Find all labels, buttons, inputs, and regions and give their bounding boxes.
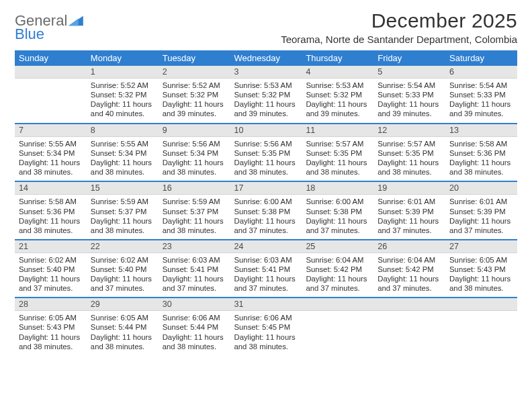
calendar-day-cell: 3Sunrise: 5:53 AMSunset: 5:32 PMDaylight… [230, 66, 302, 124]
day-sunrise: Sunrise: 6:02 AM [19, 255, 83, 265]
calendar-day-cell: 11Sunrise: 5:57 AMSunset: 5:35 PMDayligh… [302, 124, 373, 181]
day-sunset: Sunset: 5:44 PM [163, 322, 226, 332]
day-number: 25 [302, 240, 373, 253]
calendar-day-cell: 1Sunrise: 5:52 AMSunset: 5:32 PMDaylight… [87, 66, 159, 124]
day-sunrise: Sunrise: 5:53 AM [306, 81, 369, 90]
calendar-day-cell: 14Sunrise: 5:58 AMSunset: 5:36 PMDayligh… [15, 181, 87, 239]
day-daylight: Daylight: 11 hours and 40 minutes. [91, 99, 154, 118]
calendar-day-cell: 24Sunrise: 6:03 AMSunset: 5:41 PMDayligh… [230, 240, 302, 298]
day-body: Sunrise: 5:59 AMSunset: 5:37 PMDaylight:… [87, 195, 159, 238]
day-sunset: Sunset: 5:38 PM [234, 207, 298, 216]
day-sunset: Sunset: 5:43 PM [19, 322, 83, 332]
day-sunset: Sunset: 5:40 PM [19, 265, 83, 274]
calendar-day-cell: 5Sunrise: 5:54 AMSunset: 5:33 PMDaylight… [373, 66, 445, 124]
day-number: 2 [159, 66, 230, 79]
day-number: 10 [230, 124, 302, 137]
day-body: Sunrise: 6:05 AMSunset: 5:44 PMDaylight:… [87, 311, 159, 355]
day-number: 11 [302, 124, 373, 137]
day-number: 3 [230, 66, 302, 79]
day-daylight: Daylight: 11 hours and 37 minutes. [163, 274, 226, 293]
day-sunset: Sunset: 5:45 PM [234, 322, 298, 332]
day-body: Sunrise: 6:06 AMSunset: 5:44 PMDaylight:… [159, 311, 230, 355]
day-number: 13 [445, 124, 517, 137]
day-number: 5 [373, 66, 445, 79]
day-sunset: Sunset: 5:33 PM [378, 90, 441, 99]
day-daylight: Daylight: 11 hours and 39 minutes. [163, 99, 226, 118]
day-header: Thursday [302, 50, 373, 66]
day-sunset: Sunset: 5:34 PM [163, 148, 226, 158]
day-daylight: Daylight: 11 hours and 37 minutes. [306, 274, 369, 293]
calendar-week-row: 28Sunrise: 6:05 AMSunset: 5:43 PMDayligh… [15, 298, 517, 355]
day-sunset: Sunset: 5:32 PM [163, 90, 226, 99]
day-number [373, 298, 445, 311]
day-body: Sunrise: 6:03 AMSunset: 5:41 PMDaylight:… [230, 253, 302, 297]
calendar-day-cell: 2Sunrise: 5:52 AMSunset: 5:32 PMDaylight… [159, 66, 230, 124]
day-number [445, 298, 517, 311]
day-body: Sunrise: 6:04 AMSunset: 5:42 PMDaylight:… [373, 253, 445, 297]
day-sunrise: Sunrise: 5:57 AM [378, 139, 441, 148]
calendar-day-cell: 31Sunrise: 6:06 AMSunset: 5:45 PMDayligh… [230, 298, 302, 355]
day-body: Sunrise: 5:59 AMSunset: 5:37 PMDaylight:… [159, 195, 230, 238]
day-daylight: Daylight: 11 hours and 37 minutes. [306, 216, 369, 235]
calendar-page: General Blue December 2025 Teorama, Nort… [0, 0, 532, 411]
day-daylight: Daylight: 11 hours and 38 minutes. [163, 158, 226, 177]
calendar-day-cell: 30Sunrise: 6:06 AMSunset: 5:44 PMDayligh… [159, 298, 230, 355]
day-sunset: Sunset: 5:41 PM [234, 265, 298, 274]
day-sunrise: Sunrise: 6:03 AM [163, 255, 226, 265]
day-sunrise: Sunrise: 6:01 AM [378, 197, 441, 206]
calendar-week-row: 21Sunrise: 6:02 AMSunset: 5:40 PMDayligh… [15, 240, 517, 298]
day-body: Sunrise: 5:57 AMSunset: 5:35 PMDaylight:… [302, 137, 373, 181]
day-sunset: Sunset: 5:34 PM [91, 148, 154, 158]
day-body: Sunrise: 6:02 AMSunset: 5:40 PMDaylight:… [15, 253, 87, 297]
day-number: 8 [87, 124, 159, 137]
day-daylight: Daylight: 11 hours and 37 minutes. [234, 274, 298, 293]
calendar-week-row: 14Sunrise: 5:58 AMSunset: 5:36 PMDayligh… [15, 181, 517, 239]
calendar-day-cell: 23Sunrise: 6:03 AMSunset: 5:41 PMDayligh… [159, 240, 230, 298]
day-body: Sunrise: 6:05 AMSunset: 5:43 PMDaylight:… [15, 311, 87, 355]
day-body: Sunrise: 5:56 AMSunset: 5:35 PMDaylight:… [230, 137, 302, 181]
day-daylight: Daylight: 11 hours and 39 minutes. [234, 99, 298, 118]
day-header: Sunday [15, 50, 87, 66]
day-body [445, 311, 517, 317]
day-header: Wednesday [230, 50, 302, 66]
day-sunset: Sunset: 5:37 PM [91, 207, 154, 216]
day-body: Sunrise: 5:54 AMSunset: 5:33 PMDaylight:… [373, 79, 445, 122]
logo-text: General Blue [15, 13, 67, 42]
day-body [302, 311, 373, 317]
day-body: Sunrise: 6:06 AMSunset: 5:45 PMDaylight:… [230, 311, 302, 355]
calendar-day-cell: 25Sunrise: 6:04 AMSunset: 5:42 PMDayligh… [302, 240, 373, 298]
day-body: Sunrise: 6:05 AMSunset: 5:43 PMDaylight:… [445, 253, 517, 297]
day-daylight: Daylight: 11 hours and 38 minutes. [234, 332, 298, 351]
header: General Blue December 2025 Teorama, Nort… [15, 9, 517, 45]
day-header: Saturday [445, 50, 517, 66]
day-body: Sunrise: 6:04 AMSunset: 5:42 PMDaylight:… [302, 253, 373, 297]
day-daylight: Daylight: 11 hours and 38 minutes. [91, 216, 154, 235]
day-sunset: Sunset: 5:44 PM [91, 322, 154, 332]
day-sunset: Sunset: 5:42 PM [378, 265, 441, 274]
day-sunset: Sunset: 5:32 PM [234, 90, 298, 99]
day-number: 20 [445, 182, 517, 195]
calendar-day-cell: 12Sunrise: 5:57 AMSunset: 5:35 PMDayligh… [373, 124, 445, 181]
day-number: 26 [373, 240, 445, 253]
day-daylight: Daylight: 11 hours and 38 minutes. [306, 158, 369, 177]
day-daylight: Daylight: 11 hours and 39 minutes. [306, 99, 369, 118]
day-sunrise: Sunrise: 6:06 AM [163, 313, 226, 322]
day-sunset: Sunset: 5:43 PM [449, 265, 513, 274]
day-body: Sunrise: 6:01 AMSunset: 5:39 PMDaylight:… [445, 195, 517, 238]
calendar-day-cell: 21Sunrise: 6:02 AMSunset: 5:40 PMDayligh… [15, 240, 87, 298]
day-sunrise: Sunrise: 6:04 AM [306, 255, 369, 265]
day-header: Friday [373, 50, 445, 66]
day-sunrise: Sunrise: 5:54 AM [449, 81, 513, 90]
day-daylight: Daylight: 11 hours and 38 minutes. [234, 158, 298, 177]
calendar-day-cell: 16Sunrise: 5:59 AMSunset: 5:37 PMDayligh… [159, 181, 230, 239]
day-body: Sunrise: 6:00 AMSunset: 5:38 PMDaylight:… [230, 195, 302, 238]
page-title: December 2025 [281, 9, 517, 32]
day-number: 28 [15, 298, 87, 311]
day-sunrise: Sunrise: 5:57 AM [306, 139, 369, 148]
day-body: Sunrise: 6:01 AMSunset: 5:39 PMDaylight:… [373, 195, 445, 238]
day-daylight: Daylight: 11 hours and 37 minutes. [378, 274, 441, 293]
day-sunset: Sunset: 5:36 PM [449, 148, 513, 158]
calendar-week-row: 7Sunrise: 5:55 AMSunset: 5:34 PMDaylight… [15, 124, 517, 181]
day-sunrise: Sunrise: 6:02 AM [91, 255, 154, 265]
day-sunrise: Sunrise: 6:04 AM [378, 255, 441, 265]
